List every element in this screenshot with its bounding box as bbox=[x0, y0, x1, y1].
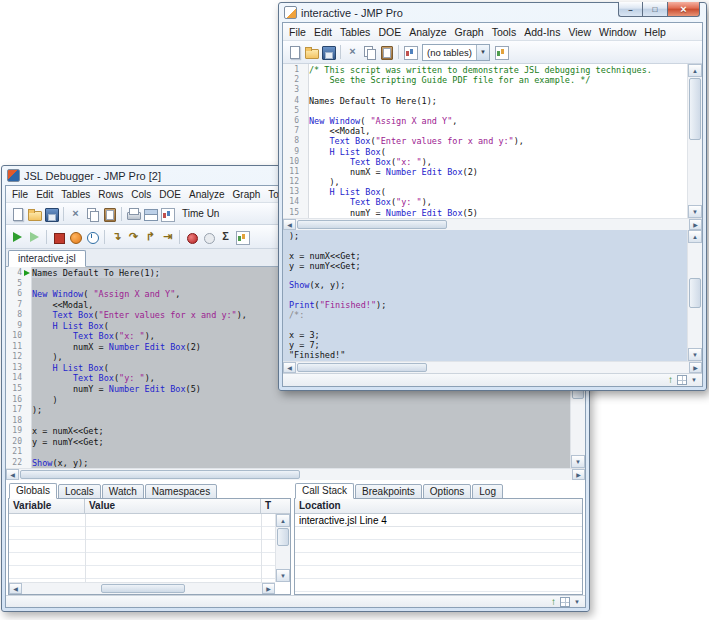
vertical-scrollbar[interactable]: ▲ ▼ bbox=[687, 230, 702, 361]
step-into-icon[interactable]: ↴ bbox=[108, 229, 125, 245]
menu-analyze[interactable]: Analyze bbox=[405, 25, 450, 39]
globals-table[interactable]: Variable Value T ▲ ▼ ◀ bbox=[8, 498, 291, 595]
status-dropdown-icon[interactable]: ▼ bbox=[574, 599, 580, 605]
profiler-icon[interactable] bbox=[234, 229, 251, 245]
tab-call-stack[interactable]: Call Stack bbox=[295, 483, 354, 499]
status-dropdown-icon[interactable]: ▼ bbox=[691, 377, 697, 383]
menu-edit[interactable]: Edit bbox=[310, 25, 336, 39]
new-script-icon[interactable] bbox=[286, 44, 303, 60]
scroll-left-icon[interactable]: ◀ bbox=[9, 583, 22, 594]
scroll-down-icon[interactable]: ▼ bbox=[571, 455, 585, 468]
new-script-icon[interactable] bbox=[9, 206, 26, 222]
horizontal-scrollbar[interactable]: ◀ ▶ bbox=[9, 582, 275, 594]
scroll-right-icon[interactable]: ▶ bbox=[689, 219, 702, 230]
callstack-row[interactable]: interactive.jsl Line 4 bbox=[295, 514, 582, 527]
scroll-down-icon[interactable]: ▼ bbox=[688, 205, 702, 218]
menu-cols[interactable]: Cols bbox=[127, 188, 155, 201]
callstack-table[interactable]: Location interactive.jsl Line 4 bbox=[294, 498, 583, 595]
column-location[interactable]: Location bbox=[295, 499, 582, 513]
script-log-pane[interactable]: );x = numX<<Get;y = numY<<Get;Show(x, y)… bbox=[283, 230, 702, 361]
tab-options[interactable]: Options bbox=[423, 484, 471, 499]
run-to-cursor-icon[interactable]: ⇥ bbox=[159, 229, 176, 245]
menu-tables[interactable]: Tables bbox=[336, 25, 374, 39]
menu-tables[interactable]: Tables bbox=[57, 188, 94, 201]
scroll-up-icon[interactable]: ▲ bbox=[688, 230, 702, 243]
menu-help[interactable]: Help bbox=[640, 25, 670, 39]
menu-add-ins[interactable]: Add-Ins bbox=[520, 25, 564, 39]
menu-file[interactable]: File bbox=[8, 188, 32, 201]
close-button[interactable]: × bbox=[667, 2, 700, 17]
scrollbar-thumb[interactable] bbox=[277, 528, 289, 546]
minimize-button[interactable]: – bbox=[618, 2, 642, 17]
debug-timer-icon[interactable] bbox=[84, 229, 101, 245]
scroll-up-icon[interactable]: ▲ bbox=[276, 514, 290, 527]
save-icon[interactable] bbox=[320, 44, 337, 60]
step-over-icon[interactable]: ↷ bbox=[125, 229, 142, 245]
menu-analyze[interactable]: Analyze bbox=[185, 188, 229, 201]
scroll-to-top-icon[interactable]: ↑ bbox=[551, 597, 556, 607]
scrollbar-thumb[interactable] bbox=[101, 584, 185, 593]
menu-doe[interactable]: DOE bbox=[155, 188, 185, 201]
copy-icon[interactable] bbox=[84, 206, 101, 222]
column-variable[interactable]: Variable bbox=[9, 499, 85, 513]
open-icon[interactable] bbox=[303, 44, 320, 60]
scrollbar-thumb[interactable] bbox=[297, 220, 447, 229]
chevron-down-icon[interactable]: ▼ bbox=[476, 45, 489, 60]
paste-icon[interactable] bbox=[101, 206, 118, 222]
vertical-scrollbar[interactable]: ▲ ▼ bbox=[687, 64, 702, 218]
open-icon[interactable] bbox=[26, 206, 43, 222]
scrollbar-thumb[interactable] bbox=[20, 470, 300, 479]
scroll-left-icon[interactable]: ◀ bbox=[6, 469, 19, 480]
debug-run-all-icon[interactable] bbox=[26, 229, 43, 245]
horizontal-scrollbar[interactable]: ◀ ▶ bbox=[283, 218, 702, 230]
menu-graph[interactable]: Graph bbox=[229, 188, 265, 201]
tab-globals[interactable]: Globals bbox=[9, 483, 57, 499]
tab-namespaces[interactable]: Namespaces bbox=[145, 484, 217, 499]
scroll-right-icon[interactable]: ▶ bbox=[689, 362, 702, 373]
cut-icon[interactable]: × bbox=[67, 206, 84, 222]
breakpoint-icon[interactable] bbox=[183, 229, 200, 245]
menu-doe[interactable]: DOE bbox=[374, 25, 405, 39]
data-table-icon[interactable] bbox=[142, 206, 159, 222]
disable-breakpoints-icon[interactable] bbox=[200, 229, 217, 245]
menu-tools[interactable]: Tools bbox=[488, 25, 521, 39]
scroll-left-icon[interactable]: ◀ bbox=[283, 219, 296, 230]
scroll-left-icon[interactable]: ◀ bbox=[283, 362, 296, 373]
window-layout-icon[interactable] bbox=[560, 597, 570, 607]
tab-watch[interactable]: Watch bbox=[102, 484, 144, 499]
tab-locals[interactable]: Locals bbox=[58, 484, 101, 499]
scroll-up-icon[interactable]: ▲ bbox=[688, 64, 702, 77]
cut-icon[interactable]: × bbox=[344, 44, 361, 60]
chart-icon[interactable] bbox=[402, 44, 419, 60]
tab-breakpoints[interactable]: Breakpoints bbox=[355, 484, 422, 499]
column-type[interactable]: T bbox=[261, 499, 290, 513]
menu-file[interactable]: File bbox=[285, 25, 310, 39]
scrollbar-thumb[interactable] bbox=[297, 363, 427, 372]
step-out-icon[interactable]: ↱ bbox=[142, 229, 159, 245]
scrollbar-thumb[interactable] bbox=[689, 78, 701, 140]
menu-window[interactable]: Window bbox=[595, 25, 640, 39]
sigma-icon[interactable]: Σ bbox=[217, 229, 234, 245]
debug-break-icon[interactable] bbox=[67, 229, 84, 245]
save-icon[interactable] bbox=[43, 206, 60, 222]
paste-icon[interactable] bbox=[378, 44, 395, 60]
debug-run-icon[interactable] bbox=[9, 229, 26, 245]
menu-rows[interactable]: Rows bbox=[94, 188, 127, 201]
scroll-down-icon[interactable]: ▼ bbox=[276, 569, 290, 582]
scroll-right-icon[interactable]: ▶ bbox=[262, 583, 275, 594]
menu-view[interactable]: View bbox=[564, 25, 595, 39]
graph-builder-icon[interactable] bbox=[493, 44, 510, 60]
tab-interactive-jsl[interactable]: interactive.jsl bbox=[8, 250, 86, 267]
window-layout-icon[interactable] bbox=[677, 375, 687, 385]
horizontal-scrollbar[interactable]: ◀ ▶ bbox=[283, 361, 702, 373]
scroll-to-top-icon[interactable]: ↑ bbox=[668, 375, 673, 385]
scrollbar-thumb[interactable] bbox=[689, 278, 701, 308]
copy-icon[interactable] bbox=[361, 44, 378, 60]
tab-log[interactable]: Log bbox=[472, 484, 503, 499]
menu-edit[interactable]: Edit bbox=[32, 188, 57, 201]
menu-graph[interactable]: Graph bbox=[451, 25, 488, 39]
scroll-down-icon[interactable]: ▼ bbox=[688, 348, 702, 361]
column-value[interactable]: Value bbox=[85, 499, 261, 513]
debug-stop-icon[interactable] bbox=[50, 229, 67, 245]
interactive-titlebar[interactable]: interactive - JMP Pro – □ × bbox=[279, 3, 706, 22]
